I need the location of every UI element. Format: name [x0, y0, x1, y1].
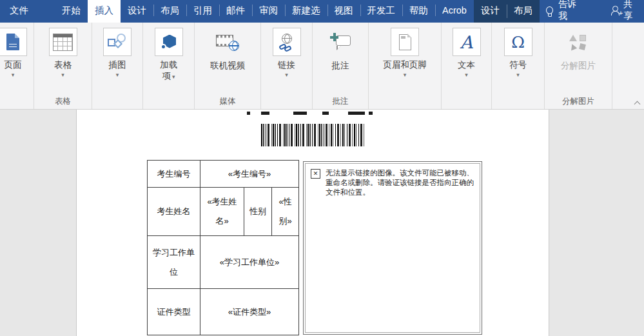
collapse-ribbon-icon[interactable]: [634, 100, 641, 106]
clipped-text-fragment: [369, 112, 373, 115]
contextual-tab-group: 设计 布局: [474, 0, 540, 23]
dropdown-arrow-icon: ▾: [12, 72, 15, 77]
symbols-label: 符号: [509, 59, 527, 70]
link-icon: [278, 34, 295, 51]
cell-gender-label[interactable]: 性别: [244, 188, 272, 236]
ribbon-group-links: 链接 ▾: [261, 23, 313, 109]
tell-me-label: 告诉我: [558, 0, 583, 22]
dropdown-arrow-icon: ▾: [61, 72, 64, 77]
table-row: 考生编号 «考生编号»: [148, 161, 299, 188]
cell-gender-field[interactable]: «性别»: [272, 188, 299, 236]
ribbon-tab-bar: 文件 开始 插入 设计 布局 引用 邮件 审阅 新建选 视图 开发工 帮助 Ac…: [0, 0, 644, 21]
table-label: 表格: [54, 59, 72, 70]
cell-name-field[interactable]: «考生姓名»: [200, 188, 244, 236]
dropdown-arrow-icon: ▾: [172, 74, 175, 80]
addin-cube-icon: [161, 35, 177, 50]
comment-button[interactable]: 批注: [330, 23, 351, 71]
table-button[interactable]: 表格 ▾: [49, 23, 77, 77]
addins-button[interactable]: 加载项▾: [155, 23, 183, 83]
share-label: 共享: [623, 0, 640, 22]
pages-button[interactable]: 页面 ▾: [0, 23, 27, 77]
ribbon-group-header-footer: 页眉和页脚 ▾: [369, 23, 442, 109]
cell-workunit-field[interactable]: «学习工作单位»: [200, 236, 299, 289]
header-footer-label: 页眉和页脚: [383, 59, 427, 70]
document-area: 考生编号 «考生编号» 考生姓名 «考生姓名» 性别 «性别» 学习工作单位 «…: [0, 110, 644, 336]
tab-review[interactable]: 审阅: [252, 0, 285, 21]
dropdown-arrow-icon: ▾: [404, 72, 407, 77]
broken-image-placeholder[interactable]: ✕ 无法显示链接的图像。该文件可能已被移动、 重命名或删除。请验证该链接是否指向…: [303, 161, 482, 335]
text-label: 文本: [458, 59, 475, 70]
cell-exam-number-field[interactable]: «考生编号»: [200, 161, 299, 188]
tab-acrobat[interactable]: Acrob: [435, 0, 474, 21]
tab-layout[interactable]: 布局: [153, 0, 186, 21]
shapes-icon: [108, 34, 127, 51]
online-video-button[interactable]: 联机视频: [210, 23, 245, 71]
ribbon-group-illustrations: 插图 ▾: [92, 23, 143, 109]
cell-exam-number-label[interactable]: 考生编号: [148, 161, 200, 188]
illustrations-button[interactable]: 插图 ▾: [103, 23, 132, 77]
table-row: 考生姓名 «考生姓名» 性别 «性别»: [148, 188, 299, 236]
tab-help[interactable]: 帮助: [402, 0, 435, 21]
dropdown-arrow-icon: ▾: [116, 72, 119, 77]
online-video-label: 联机视频: [210, 60, 245, 71]
text-button[interactable]: A 文本 ▾: [453, 23, 481, 77]
cell-name-label[interactable]: 考生姓名: [148, 188, 200, 236]
tell-me-button[interactable]: 告诉我: [540, 0, 590, 21]
dropdown-arrow-icon: ▾: [285, 72, 288, 77]
dropdown-arrow-icon: ▾: [516, 72, 520, 77]
tab-insert[interactable]: 插入: [88, 0, 121, 23]
links-button[interactable]: 链接 ▾: [273, 23, 301, 77]
tab-new-tab[interactable]: 新建选: [285, 0, 327, 21]
tab-design[interactable]: 设计: [121, 0, 153, 21]
page-icon: [6, 34, 19, 50]
table-row: 证件类型 «证件类型»: [148, 289, 299, 335]
ribbon-group-media: 联机视频 媒体: [195, 23, 261, 109]
ribbon-group-decompose-picture: 分解图片 分解图片: [545, 23, 612, 109]
tab-table-design[interactable]: 设计: [474, 0, 507, 23]
cell-idtype-field[interactable]: «证件类型»: [200, 289, 299, 335]
cell-workunit-label[interactable]: 学习工作单位: [148, 236, 200, 289]
clipped-text-fragment: [293, 112, 307, 115]
ribbon-group-pages: 页面 ▾: [0, 23, 34, 109]
clipped-text-fragment: [348, 112, 365, 115]
barcode-image[interactable]: [261, 124, 364, 146]
add-person-icon: +: [611, 6, 620, 15]
tab-table-layout[interactable]: 布局: [507, 0, 540, 23]
table-row: 学习工作单位 «学习工作单位»: [148, 236, 299, 289]
registration-table: 考生编号 «考生编号» 考生姓名 «考生姓名» 性别 «性别» 学习工作单位 «…: [147, 160, 299, 335]
italic-a-icon: A: [460, 34, 473, 51]
clipped-text-fragment: [261, 112, 269, 115]
decompose-picture-label: 分解图片: [561, 60, 596, 71]
clipped-text-fragment: [322, 112, 329, 115]
pages-label: 页面: [5, 59, 22, 70]
lightbulb-icon: [546, 6, 553, 14]
comment-label: 批注: [332, 60, 349, 71]
group-label-comments: 批注: [313, 96, 368, 107]
tab-references[interactable]: 引用: [186, 0, 219, 21]
tab-developer[interactable]: 开发工: [360, 0, 403, 21]
table-icon: [53, 34, 73, 51]
cell-idtype-label[interactable]: 证件类型: [148, 289, 200, 335]
dropdown-arrow-icon: ▾: [465, 72, 468, 77]
symbols-button[interactable]: Ω 符号 ▾: [504, 23, 532, 77]
clipped-text-fragment: [247, 112, 250, 115]
share-button[interactable]: + 共享: [605, 0, 644, 21]
ribbon: 页面 ▾ 表格 ▾ 表格 插图 ▾ 加载项▾: [0, 21, 644, 110]
group-label-tables: 表格: [34, 96, 92, 107]
ribbon-group-symbols: Ω 符号 ▾: [492, 23, 545, 109]
tab-view[interactable]: 视图: [327, 0, 360, 21]
header-footer-button[interactable]: 页眉和页脚 ▾: [383, 23, 427, 77]
header-footer-icon: [399, 34, 411, 50]
tab-mailings[interactable]: 邮件: [219, 0, 252, 21]
omega-icon: Ω: [511, 34, 525, 50]
ribbon-group-comments: 批注 批注: [313, 23, 369, 109]
decompose-picture-button: 分解图片: [561, 23, 596, 71]
illustrations-label: 插图: [109, 59, 126, 70]
tab-home[interactable]: 开始: [55, 0, 88, 21]
ribbon-group-spacer: [612, 23, 644, 109]
new-comment-icon: [330, 33, 351, 51]
ribbon-group-text: A 文本 ▾: [442, 23, 492, 109]
tab-file[interactable]: 文件: [0, 0, 38, 21]
group-label-decompose-picture: 分解图片: [545, 96, 612, 107]
decompose-picture-icon: [569, 34, 588, 50]
